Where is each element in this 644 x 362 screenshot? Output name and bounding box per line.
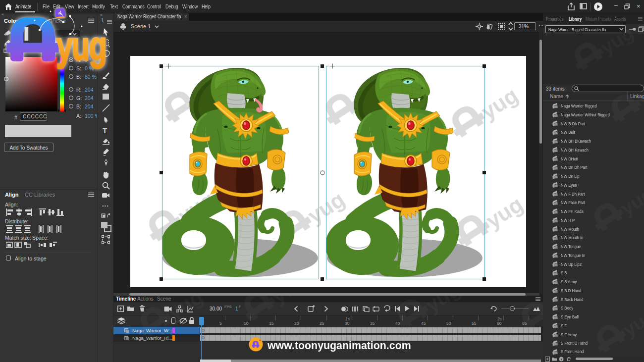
svg-text:yug: yug [56,24,107,68]
